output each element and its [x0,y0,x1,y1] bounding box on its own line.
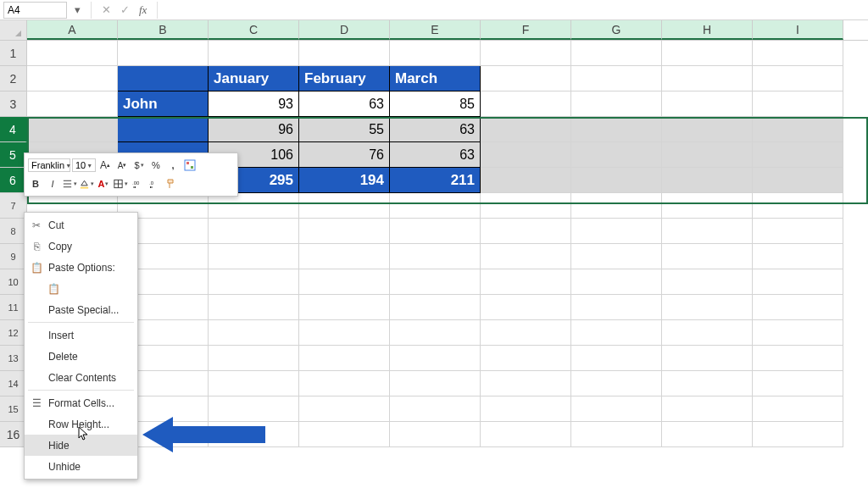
cell[interactable] [571,422,662,447]
cell[interactable] [390,295,481,320]
col-header-f[interactable]: F [481,20,571,40]
cell[interactable] [27,66,118,92]
menu-paste-icon-row[interactable]: 📋 [25,278,137,299]
cell[interactable] [571,142,662,168]
cell[interactable] [390,269,481,295]
col-header-b[interactable]: B [118,20,209,40]
cell[interactable] [481,295,571,320]
cell[interactable] [390,244,481,269]
cell[interactable] [662,346,753,371]
cell[interactable] [390,346,481,371]
cell[interactable] [27,41,118,66]
font-color-button[interactable]: A▾ [96,176,111,191]
cell[interactable] [481,92,571,117]
cell[interactable] [753,219,843,244]
cell[interactable] [753,66,843,92]
cell[interactable] [753,193,843,219]
cell[interactable]: John [118,92,209,117]
cell[interactable] [481,269,571,295]
col-header-g[interactable]: G [571,20,662,40]
col-header-c[interactable]: C [209,20,299,40]
cell[interactable] [390,193,481,219]
cell[interactable] [662,41,753,66]
cell[interactable] [481,422,571,447]
italic-button[interactable]: I [45,176,60,191]
menu-insert[interactable]: Insert [25,324,137,346]
cell[interactable]: 194 [299,168,390,193]
cell[interactable] [571,41,662,66]
cell[interactable] [571,117,662,142]
cell[interactable] [27,92,118,117]
cell[interactable] [571,295,662,320]
cell[interactable] [571,371,662,396]
cell[interactable] [753,320,843,346]
cell[interactable] [299,320,390,346]
cell[interactable] [571,168,662,193]
increase-decimal-icon[interactable]: .00 [130,176,145,191]
cell[interactable]: 93 [209,92,299,117]
row-header-1[interactable]: 1 [0,41,27,66]
format-painter-icon[interactable] [164,176,179,191]
cell[interactable] [571,346,662,371]
decrease-decimal-icon[interactable]: .0 [147,176,162,191]
cell[interactable]: 76 [299,142,390,168]
cell[interactable]: 63 [299,92,390,117]
cell[interactable] [662,320,753,346]
cell[interactable] [753,269,843,295]
cell[interactable] [662,66,753,92]
select-all-corner[interactable] [0,20,27,40]
cell[interactable] [118,41,209,66]
cell[interactable] [390,41,481,66]
row-header-2[interactable]: 2 [0,66,27,92]
cell[interactable] [481,396,571,422]
currency-button[interactable]: $▾ [131,158,147,173]
cell[interactable] [481,346,571,371]
cell[interactable] [390,422,481,447]
percent-button[interactable]: % [148,158,164,173]
cell[interactable] [390,219,481,244]
cell[interactable] [481,219,571,244]
cell[interactable]: March [390,66,481,92]
cell[interactable]: 211 [390,168,481,193]
cell[interactable] [299,371,390,396]
cell[interactable] [753,117,843,142]
cell[interactable] [209,219,299,244]
cell[interactable] [753,142,843,168]
cell[interactable] [299,41,390,66]
cell[interactable] [299,193,390,219]
cell[interactable] [662,244,753,269]
cell[interactable] [571,193,662,219]
menu-delete[interactable]: Delete [25,346,137,367]
cell[interactable] [571,66,662,92]
align-button[interactable]: ▾ [62,176,77,191]
cell[interactable] [299,244,390,269]
cell[interactable] [390,396,481,422]
cell[interactable] [390,320,481,346]
cell[interactable] [299,346,390,371]
cell[interactable] [571,269,662,295]
fill-color-button[interactable]: ▾ [79,176,94,191]
cell[interactable] [390,371,481,396]
col-header-a[interactable]: A [27,20,118,40]
menu-paste-special[interactable]: Paste Special... [25,299,137,320]
col-header-h[interactable]: H [662,20,753,40]
name-box-dropdown-icon[interactable]: ▾ [70,3,84,16]
cell[interactable] [118,66,209,92]
cell[interactable] [209,346,299,371]
cell[interactable] [481,320,571,346]
confirm-icon[interactable]: ✓ [117,3,132,18]
cell[interactable] [753,295,843,320]
col-header-i[interactable]: I [753,20,843,40]
cell[interactable] [299,269,390,295]
cell[interactable]: 63 [390,142,481,168]
cell[interactable] [299,422,390,447]
cell[interactable] [209,269,299,295]
menu-copy[interactable]: ⎘Copy [25,236,137,257]
cell[interactable] [481,66,571,92]
increase-font-icon[interactable]: A▴ [97,158,113,173]
cell[interactable]: February [299,66,390,92]
cell[interactable] [662,168,753,193]
cell[interactable] [209,41,299,66]
font-size-selector[interactable]: 10▼ [72,158,96,172]
cell[interactable] [662,295,753,320]
